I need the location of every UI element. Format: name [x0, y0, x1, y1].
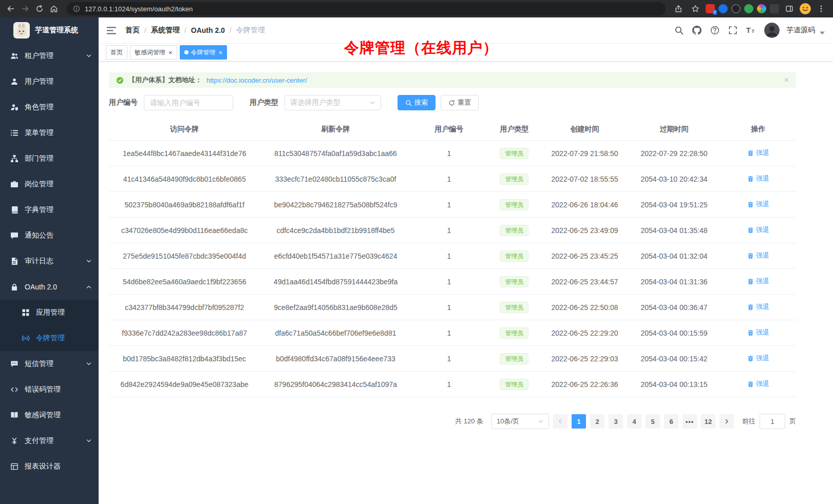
force-logout-button[interactable]: 强退 [747, 354, 769, 363]
search-icon[interactable] [674, 26, 684, 35]
sidebar-item-report[interactable]: 报表设计器 [0, 454, 99, 479]
browser-address-bar[interactable]: 127.0.0.1:1024/system/oauth2/token [67, 2, 666, 15]
bookmark-star-icon[interactable] [689, 2, 702, 15]
star-icon [691, 5, 699, 13]
user-type-select[interactable]: 请选择用户类型 [285, 95, 381, 110]
sidebar-item-notice[interactable]: 通知公告 [0, 223, 99, 248]
search-button[interactable]: 搜索 [397, 95, 436, 110]
sidebar-item-role[interactable]: 角色管理 [0, 94, 99, 120]
tab-home[interactable]: 首页 [106, 45, 127, 60]
extension-icon-2[interactable] [718, 4, 728, 13]
tab-token[interactable]: 令牌管理× [180, 45, 228, 60]
force-logout-button[interactable]: 强退 [747, 379, 769, 389]
username[interactable]: 芋道源码 [786, 26, 815, 35]
sidebar-item-sensitive-word[interactable]: 敏感词管理 [0, 402, 99, 428]
delete-icon [747, 329, 754, 336]
force-logout-button[interactable]: 强退 [747, 200, 769, 209]
sidebar-item-oauth2-token[interactable]: 令牌管理 [0, 325, 99, 351]
reset-button[interactable]: 重置 [441, 95, 479, 110]
column-header: 用户类型 [487, 119, 542, 141]
extension-icon-5[interactable] [757, 4, 766, 13]
create-time-cell: 2022-07-02 18:55:55 [542, 166, 628, 192]
create-time-cell: 2022-06-25 22:50:08 [542, 295, 628, 320]
browser-profile-avatar[interactable] [800, 3, 811, 14]
browser-menu-icon[interactable] [815, 2, 828, 15]
app-logo[interactable]: 芋道管理系统 [0, 17, 99, 43]
browser-home-icon[interactable] [47, 2, 61, 15]
page-button-12[interactable]: 12 [701, 414, 715, 429]
force-logout-button[interactable]: 强退 [747, 302, 769, 312]
sidebar-item-error-code[interactable]: 错误码管理 [0, 377, 99, 402]
page-button-4[interactable]: 4 [627, 414, 641, 429]
force-logout-button[interactable]: 强退 [747, 277, 769, 286]
column-header: 创建时间 [542, 119, 628, 141]
sidebar-item-pay[interactable]: 支付管理 [0, 428, 99, 454]
sidebar-item-dept[interactable]: 部门管理 [0, 146, 99, 171]
page-button-2[interactable]: 2 [590, 414, 604, 429]
create-time-cell: 2022-06-25 23:45:25 [542, 243, 628, 269]
tab-sensitive-word[interactable]: 敏感词管理× [130, 45, 177, 60]
rabbit-logo-icon [13, 22, 30, 38]
sidebar-item-audit-log[interactable]: 审计日志 [0, 248, 99, 274]
breadcrumb-item[interactable]: OAuth 2.0 [191, 26, 225, 34]
font-size-icon[interactable]: TT [746, 26, 755, 35]
extension-icon-1[interactable]: 0 [706, 4, 715, 13]
force-logout-button[interactable]: 强退 [747, 251, 769, 260]
side-panel-icon[interactable] [783, 2, 796, 15]
user-type-cell: 管理员 [487, 320, 542, 346]
extension-icon-6[interactable] [770, 4, 779, 13]
github-icon[interactable] [692, 26, 702, 35]
sidebar-item-dict[interactable]: 字典管理 [0, 197, 99, 223]
force-logout-button[interactable]: 强退 [747, 174, 769, 183]
sidebar-item-menu[interactable]: 菜单管理 [0, 120, 99, 146]
tags-view: 首页敏感词管理×令牌管理× [99, 44, 833, 62]
refresh-token-cell: cdfc4ce9c2da4bb1bdf21b9918ff4be5 [260, 218, 411, 243]
sidebar-toggle-icon[interactable] [107, 27, 116, 34]
browser-forward-icon[interactable] [18, 2, 32, 15]
force-logout-button[interactable]: 强退 [747, 328, 769, 337]
extension-icon-3[interactable] [731, 4, 741, 13]
peoples-icon [10, 52, 18, 60]
user-avatar[interactable] [764, 23, 780, 38]
sidebar-item-label: 敏感词管理 [25, 411, 61, 420]
page-button-3[interactable]: 3 [609, 414, 623, 429]
fullscreen-icon[interactable] [728, 26, 737, 35]
user-icon [10, 77, 18, 86]
page-ellipsis[interactable]: ••• [683, 414, 697, 429]
create-time-cell: 2022-06-25 23:49:09 [542, 218, 628, 243]
site-info-icon[interactable] [73, 5, 80, 12]
token-icon [22, 334, 30, 342]
sidebar-item-oauth2[interactable]: OAuth 2.0 [0, 274, 99, 300]
book-icon [10, 411, 18, 419]
tab-close-icon[interactable]: × [219, 49, 223, 56]
prev-page-button[interactable] [553, 414, 567, 429]
user-id-cell: 1 [411, 192, 487, 218]
sidebar-item-tenant[interactable]: 租户管理 [0, 43, 99, 69]
page-button-1[interactable]: 1 [572, 414, 586, 429]
force-logout-button[interactable]: 强退 [747, 148, 769, 158]
sidebar-item-sms[interactable]: 短信管理 [0, 351, 99, 377]
sidebar-item-user[interactable]: 用户管理 [0, 69, 99, 94]
next-page-button[interactable] [720, 414, 734, 429]
extension-icon-4[interactable] [744, 4, 753, 13]
page-button-5[interactable]: 5 [646, 414, 660, 429]
sidebar-item-post[interactable]: 岗位管理 [0, 171, 99, 197]
svg-text:T: T [752, 29, 755, 34]
page-size-select[interactable]: 10条/页 [491, 414, 549, 429]
goto-page-input[interactable] [760, 414, 785, 429]
breadcrumb-item[interactable]: 系统管理 [151, 26, 180, 35]
user-id-input[interactable] [144, 95, 233, 110]
share-icon [674, 5, 683, 13]
browser-reload-icon[interactable] [33, 2, 46, 15]
share-icon[interactable] [672, 2, 685, 15]
tab-close-icon[interactable]: × [168, 49, 173, 56]
sidebar-item-oauth2-app[interactable]: 应用管理 [0, 300, 99, 325]
help-icon[interactable] [710, 26, 720, 35]
arrow-right-icon [21, 5, 29, 13]
breadcrumb-item[interactable]: 首页 [125, 26, 140, 35]
force-logout-button[interactable]: 强退 [747, 225, 769, 235]
alert-close-icon[interactable]: × [784, 76, 789, 84]
page-button-6[interactable]: 6 [664, 414, 678, 429]
browser-back-icon[interactable] [4, 2, 17, 15]
doc-link[interactable]: https://doc.iocoder.cn/user-center/ [206, 76, 307, 84]
